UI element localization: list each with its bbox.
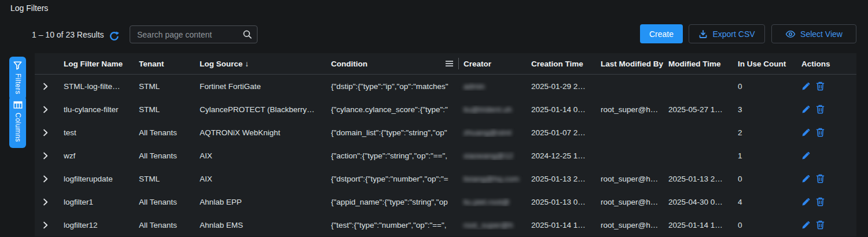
delete-button[interactable] [816,220,825,229]
condition-cell: {"dstip":{"type":"ip","op":"matches" [331,82,459,91]
header-creator[interactable]: Creator [459,60,531,68]
table-row: tlu-cylance-filter STML CylancePROTECT (… [35,98,856,121]
create-button[interactable]: Create [640,24,683,43]
columns-tab-label: Columns [14,113,22,142]
expand-row-button[interactable] [42,129,49,136]
in-use-count-cell: 0 [738,82,801,91]
log-source-cell: CylancePROTECT (Blackberry… [200,105,331,114]
refresh-button[interactable] [109,30,120,42]
table-row: logfilter12 All Tenants Ahnlab EMS {"tes… [35,213,856,236]
last-modified-by-cell: root_super@h… [601,175,668,183]
expand-row-button[interactable] [42,198,49,206]
table-row: logfilterupdate STML AIX {"dstport":{"ty… [35,167,856,190]
actions-cell [801,105,856,114]
modified-time-cell: 2025-01-13 2… [668,175,738,183]
delete-button[interactable] [816,128,825,137]
in-use-count-cell: 1 [738,151,801,160]
trash-icon [816,220,825,229]
expander-cell [35,198,64,206]
table-row: logfilter1 All Tenants Ahnlab EPP {"appi… [35,190,856,213]
results-count: 1 – 10 of 23 Results [32,30,104,39]
expander-cell [35,83,64,90]
log-filter-name-cell: tlu-cylance-filter [64,105,139,114]
chevron-right-icon [42,106,49,113]
edit-button[interactable] [801,198,810,206]
log-filter-name-cell: test [64,128,139,137]
log-filters-table: Log Filter Name Tenant Log Source↓ Condi… [35,53,856,236]
trash-icon [816,82,825,91]
column-menu-icon[interactable] [445,60,454,67]
log-source-cell: AIX [200,151,331,160]
condition-cell: {"appid_name":{"type":"string","op [331,198,459,206]
edit-button[interactable] [801,105,810,114]
header-condition[interactable]: Condition [331,58,459,69]
header-creation-time[interactable]: Creation Time [531,60,601,68]
last-modified-by-cell: root_super@h… [601,198,668,206]
header-modified-time[interactable]: Modified Time [668,60,738,68]
filters-tab-label: Filters [14,73,22,94]
creation-time-cell: 2025-01-07 2… [531,128,601,137]
columns-tab[interactable]: Columns [9,96,26,148]
expander-cell [35,175,64,183]
expand-row-button[interactable] [42,83,49,90]
filters-tab[interactable]: Filters [9,57,26,100]
creation-time-cell: 2024-12-25 1… [531,151,601,160]
edit-button[interactable] [801,221,810,229]
condition-cell: {"test":{"type":"number","op":"==", [331,221,459,229]
log-filter-name-cell: logfilter1 [64,198,139,206]
edit-button[interactable] [801,82,810,91]
actions-cell [801,197,856,206]
delete-button[interactable] [816,82,825,91]
search-box [130,25,258,43]
header-log-source[interactable]: Log Source↓ [200,60,331,68]
delete-button[interactable] [816,174,825,183]
in-use-count-cell: 3 [738,105,801,114]
header-in-use-count[interactable]: In Use Count [738,60,801,68]
trash-icon [816,128,825,137]
last-modified-by-cell: root_super@h… [601,105,668,114]
creator-cell: liu.piet.root@ [459,198,531,206]
trash-icon [816,197,825,206]
select-view-label: Select View [800,29,843,39]
log-filter-name-cell: logfilter12 [64,221,139,229]
expander-cell [35,106,64,113]
header-tenant[interactable]: Tenant [139,60,200,68]
edit-button[interactable] [801,175,810,183]
edit-button[interactable] [801,128,810,137]
expand-row-button[interactable] [42,175,49,183]
trash-icon [816,174,825,183]
log-filter-name-cell: logfilterupdate [64,175,139,183]
header-last-modified-by[interactable]: Last Modified By [601,60,668,68]
tenant-cell: All Tenants [139,151,200,160]
edit-pencil-icon [801,198,810,206]
expander-cell [35,129,64,136]
table-row: STML-log-filte… STML Fortinet FortiGate … [35,75,856,98]
delete-button[interactable] [816,105,825,114]
redacted-creator: zhuang@stml [464,128,512,137]
page-title: Log Filters [10,3,48,13]
expand-row-button[interactable] [42,106,49,113]
trash-icon [816,105,825,114]
redacted-creator: xiaowang@12 [464,151,513,160]
search-icon[interactable] [242,29,252,39]
expand-row-button[interactable] [42,152,49,160]
expander-cell [35,152,64,160]
actions-cell [801,128,856,137]
redacted-creator: lixiang@hq.com [464,175,519,183]
delete-button[interactable] [816,197,825,206]
select-view-button[interactable]: Select View [771,24,856,43]
header-log-source-label: Log Source [200,60,242,68]
chevron-right-icon [42,198,49,206]
creation-time-cell: 2025-01-29 2… [531,82,601,91]
expand-row-button[interactable] [42,221,49,229]
actions-cell [801,82,856,91]
creator-cell: admin [459,82,531,91]
search-input[interactable] [130,25,258,43]
log-source-cell: AQTRONiX WebKnight [200,128,331,137]
creator-cell: zhuang@stml [459,128,531,137]
header-log-filter-name[interactable]: Log Filter Name [64,60,139,68]
log-filter-name-cell: wzf [64,151,139,160]
export-csv-button[interactable]: Export CSV [689,24,765,43]
creation-time-cell: 2025-01-13 0… [531,198,601,206]
edit-button[interactable] [801,151,810,160]
